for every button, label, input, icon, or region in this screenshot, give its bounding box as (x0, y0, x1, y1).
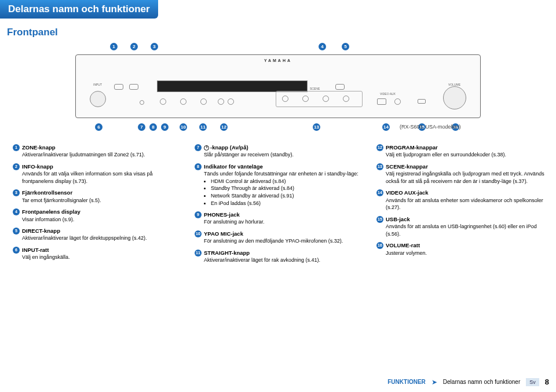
item-desc: Tar emot fjärrkontrollsignaler (s.5). (22, 197, 182, 204)
item-number: 6 (13, 247, 20, 254)
item-heading: VIDEO AUX-jack (386, 189, 429, 196)
program-l (218, 98, 224, 105)
item-heading: USB-jack (386, 215, 410, 223)
item-desc: Används för att ansluta enheter som vide… (386, 197, 546, 211)
item-number: 1 (13, 144, 20, 151)
item-4: 4Frontpanelens displayVisar information … (13, 208, 182, 223)
item-heading: PROGRAM-knappar (386, 144, 438, 151)
item-heading: STRAIGHT-knapp (204, 249, 250, 257)
item-10: 10YPAO MIC-jackFör anslutning av den med… (195, 230, 364, 245)
item-desc: Slår på/stänger av receivern (standby). (204, 151, 364, 159)
item-heading: VOLUME-ratt (386, 241, 420, 249)
footer-lang: Sv (526, 378, 539, 386)
info-button (129, 84, 138, 90)
item-heading: ZONE-knapp (22, 144, 56, 151)
item-desc: Välj registrerad ingångskälla och ljudpr… (386, 170, 546, 185)
item-9: 9PHONES-jackFör anslutning av hörlurar. (195, 211, 364, 226)
item-number: 9 (195, 211, 202, 218)
item-desc: Används för att ansluta en USB-lagringse… (386, 223, 546, 237)
receiver-panel: YAMAHA INPUT VOLUME SCENE VIDEO AUX (75, 54, 481, 118)
footer-title: Delarnas namn och funktioner (443, 379, 520, 385)
column-2: 7-knapp (Av/på)Slår på/stänger av receiv… (195, 144, 364, 268)
marker-5: 5 (342, 43, 349, 50)
item-heading: INFO-knapp (22, 163, 53, 170)
videoaux-label: VIDEO AUX (380, 92, 396, 96)
marker-2: 2 (130, 43, 138, 50)
video-jack (394, 98, 401, 105)
item-number: 15 (376, 216, 383, 223)
item-11: 11STRAIGHT-knappAktiverar/inaktiverar lä… (195, 249, 364, 264)
footer-category: FUNKTIONER (387, 379, 426, 385)
item-heading: INPUT-ratt (22, 246, 49, 254)
item-desc: För anslutning av den medföljande YPAO-m… (204, 237, 364, 245)
item-number: 8 (195, 163, 202, 170)
item-6: 6INPUT-rattVälj en ingångskälla. (13, 246, 182, 261)
marker-1: 1 (110, 43, 118, 50)
item-number: 13 (376, 163, 383, 170)
item-number: 16 (376, 242, 383, 249)
marker-13: 13 (313, 123, 320, 131)
direct-button (335, 84, 345, 90)
usb-jack (418, 99, 426, 104)
item-number: 11 (195, 250, 202, 257)
footer-arrow-icon: ➤ (431, 378, 437, 386)
item-desc: Justerar volymen. (386, 250, 546, 257)
item-heading: Fjärrkontrollsensor (22, 189, 72, 196)
item-5: 5DIRECT-knappAktiverar/inaktiverar läget… (13, 227, 182, 242)
marker-9: 9 (161, 123, 169, 131)
marker-12: 12 (220, 123, 228, 131)
item-12: 12PROGRAM-knapparVälj ett ljudprogram el… (376, 144, 546, 159)
phones-jack (160, 98, 166, 105)
item-16: 16VOLUME-rattJusterar volymen. (376, 241, 546, 257)
item-heading: Frontpanelens display (22, 208, 81, 215)
item-number: 7 (195, 144, 202, 151)
hdmi-jack (377, 98, 386, 105)
item-number: 2 (13, 163, 20, 170)
description-columns: 1ZONE-knappAktiverar/inaktiverar ljudutm… (0, 144, 556, 268)
item-desc: Visar information (s.9). (22, 216, 182, 224)
item-desc: Används för att välja vilken information… (22, 170, 182, 185)
item-desc: Aktiverar/inaktiverar läget för direktup… (22, 235, 182, 242)
page-footer: FUNKTIONER ➤ Delarnas namn och funktione… (387, 378, 549, 386)
marker-8: 8 (149, 123, 157, 131)
zone-button (114, 84, 123, 90)
page-title: Delarnas namn och funktioner (0, 0, 158, 19)
subtitle: Frontpanel (7, 27, 556, 38)
item-1: 1ZONE-knappAktiverar/inaktiverar ljudutm… (13, 144, 182, 159)
program-r (228, 98, 234, 105)
item-7: 7-knapp (Av/på)Slår på/stänger av receiv… (195, 144, 364, 159)
item-2: 2INFO-knappAnvänds för att välja vilken … (13, 163, 182, 185)
footer-page: 8 (545, 378, 549, 386)
item-number: 5 (13, 228, 20, 235)
list-item: Standby Through är aktiverad (s.84) (211, 185, 364, 192)
item-14: 14VIDEO AUX-jackAnvänds för att ansluta … (376, 189, 546, 211)
item-number: 12 (376, 144, 383, 151)
input-knob (90, 91, 106, 107)
column-1: 1ZONE-knappAktiverar/inaktiverar ljudutm… (13, 144, 182, 268)
brand-logo: YAMAHA (264, 58, 292, 63)
scene-label: SCENE (310, 87, 320, 90)
item-desc: Aktiverar/inaktiverar ljudutmatningen ti… (22, 151, 182, 159)
list-item: En iPod laddas (s.56) (211, 200, 364, 207)
volume-knob (443, 86, 466, 109)
marker-4: 4 (319, 43, 326, 50)
column-3: 12PROGRAM-knapparVälj ett ljudprogram el… (376, 144, 546, 268)
item-number: 3 (13, 189, 20, 196)
marker-14: 14 (382, 123, 390, 131)
list-item: Network Standby är aktiverad (s.91) (211, 192, 364, 200)
front-panel-diagram: 1 2 3 4 5 YAMAHA INPUT VOLUME SCENE VIDE… (75, 43, 481, 138)
item-desc: Aktiverar/inaktiverar läget för rak avko… (204, 257, 364, 264)
item-desc: Välj ett ljudprogram eller en surroundde… (386, 151, 546, 159)
item-8: 8Indikator för väntelägeTänds under följ… (195, 163, 364, 207)
item-13: 13SCENE-knapparVälj registrerad ingångsk… (376, 163, 546, 185)
marker-6: 6 (95, 123, 103, 131)
item-3: 3FjärrkontrollsensorTar emot fjärrkontro… (13, 189, 182, 204)
marker-10: 10 (180, 123, 187, 131)
item-heading: SCENE-knappar (386, 163, 428, 170)
power-button (140, 100, 144, 105)
item-number: 4 (13, 208, 20, 215)
item-number: 14 (376, 189, 383, 196)
scene-group: SCENE (276, 91, 363, 107)
display (157, 80, 308, 92)
item-desc: Tänds under följande förutsättningar när… (204, 170, 364, 178)
